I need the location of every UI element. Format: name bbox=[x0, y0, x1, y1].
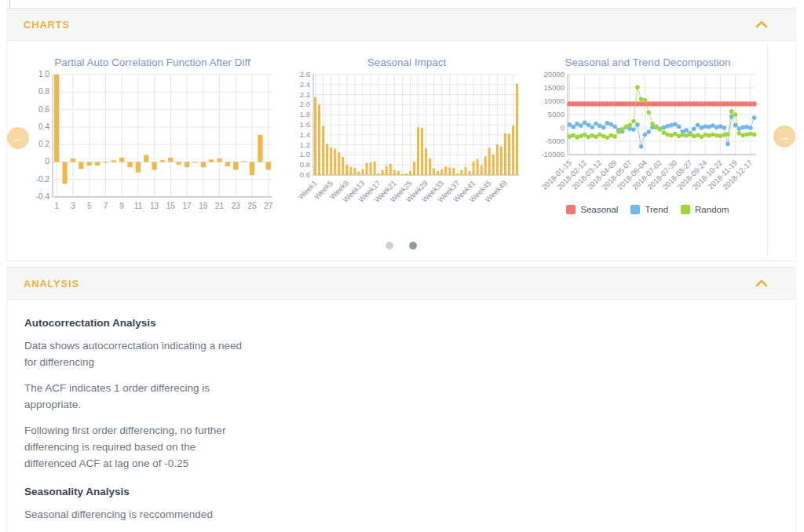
svg-text:1.2: 1.2 bbox=[300, 140, 310, 149]
legend-label-seasonal: Seasonal bbox=[580, 205, 618, 214]
seasonal-impact-chart: Seasonal Impact 0.60.81.01.21.41.61.82.0… bbox=[290, 42, 524, 227]
svg-text:2.2: 2.2 bbox=[300, 90, 310, 99]
analysis-panel: ANALYSIS Autocorrectation Analysis Data … bbox=[6, 267, 796, 532]
chevron-up-icon[interactable] bbox=[755, 20, 768, 28]
svg-text:1.0: 1.0 bbox=[300, 150, 310, 159]
svg-text:15: 15 bbox=[166, 202, 176, 210]
carousel-dot-2[interactable] bbox=[409, 242, 417, 250]
svg-text:11: 11 bbox=[134, 202, 143, 210]
dashboard-page: CHARTS ← → Partial Auto Correlation Func… bbox=[0, 0, 804, 532]
svg-text:2.0: 2.0 bbox=[300, 100, 310, 108]
svg-text:10000: 10000 bbox=[544, 97, 565, 105]
svg-text:1.0: 1.0 bbox=[38, 70, 49, 78]
seasonal-swatch bbox=[566, 205, 576, 214]
svg-text:9: 9 bbox=[119, 202, 124, 210]
svg-text:0: 0 bbox=[45, 157, 49, 166]
svg-text:0.4: 0.4 bbox=[38, 122, 49, 131]
carousel-next-button[interactable]: → bbox=[773, 126, 795, 148]
trend-swatch bbox=[630, 205, 640, 214]
svg-text:2.6: 2.6 bbox=[300, 70, 310, 78]
top-edge-divider bbox=[9, 0, 10, 8]
svg-text:1.8: 1.8 bbox=[300, 110, 310, 118]
analysis-panel-title: ANALYSIS bbox=[24, 278, 79, 290]
carousel-prev-button[interactable]: ← bbox=[7, 127, 29, 149]
analysis-panel-header[interactable]: ANALYSIS bbox=[6, 267, 796, 300]
svg-text:20000: 20000 bbox=[544, 70, 565, 78]
charts-panel-title: CHARTS bbox=[24, 19, 70, 31]
analysis-heading-autocorrelation: Autocorrectation Analysis bbox=[24, 317, 772, 329]
random-swatch bbox=[681, 205, 690, 214]
analysis-body: Autocorrectation Analysis Data shows aut… bbox=[6, 300, 796, 532]
decomposition-chart-title: Seasonal and Trend Decompostion bbox=[565, 56, 731, 68]
svg-text:23: 23 bbox=[232, 202, 241, 210]
svg-text:13: 13 bbox=[150, 202, 159, 210]
svg-text:17: 17 bbox=[183, 202, 192, 210]
svg-text:0.2: 0.2 bbox=[38, 140, 49, 148]
svg-text:2.4: 2.4 bbox=[300, 80, 310, 89]
svg-text:0: 0 bbox=[561, 123, 565, 132]
svg-text:5000: 5000 bbox=[548, 110, 565, 118]
chevron-up-icon[interactable] bbox=[755, 279, 768, 287]
charts-panel-header[interactable]: CHARTS bbox=[6, 8, 796, 41]
pacf-chart: Partial Auto Correlation Function After … bbox=[26, 42, 279, 217]
charts-carousel: ← → Partial Auto Correlation Function Af… bbox=[6, 41, 796, 261]
pacf-chart-canvas: -0.4-0.200.20.40.60.81.01357911131517192… bbox=[26, 70, 279, 217]
carousel-page-divider bbox=[767, 46, 768, 256]
svg-text:-10000: -10000 bbox=[541, 150, 565, 159]
right-arrow-icon: → bbox=[779, 130, 790, 143]
svg-text:7: 7 bbox=[104, 202, 108, 210]
svg-text:1.6: 1.6 bbox=[300, 120, 310, 129]
svg-text:-0.4: -0.4 bbox=[36, 192, 50, 201]
svg-text:25: 25 bbox=[248, 202, 258, 210]
svg-text:-0.2: -0.2 bbox=[36, 175, 50, 184]
charts-row: Partial Auto Correlation Function After … bbox=[7, 41, 795, 227]
analysis-paragraph: Seasonal differencing is reccommended bbox=[24, 507, 386, 523]
svg-text:0.6: 0.6 bbox=[300, 170, 310, 179]
decomposition-chart-canvas: -10000-5000050001000015000200002018-01-1… bbox=[535, 70, 761, 205]
top-strip bbox=[0, 0, 804, 8]
left-arrow-icon: ← bbox=[13, 132, 24, 144]
svg-text:3: 3 bbox=[71, 202, 75, 210]
legend-label-random: Random bbox=[695, 205, 729, 214]
analysis-paragraph: Data shows autocorrectation indicating a… bbox=[24, 338, 386, 371]
seasonal-impact-chart-canvas: 0.60.81.01.21.41.61.82.02.22.42.6Week1We… bbox=[290, 70, 524, 227]
pacf-chart-title: Partial Auto Correlation Function After … bbox=[54, 56, 250, 68]
svg-text:1: 1 bbox=[54, 202, 59, 210]
analysis-heading-seasonality: Seasonality Analysis bbox=[24, 486, 772, 497]
svg-text:-5000: -5000 bbox=[546, 137, 565, 145]
svg-text:1.4: 1.4 bbox=[300, 130, 310, 139]
legend-item-random[interactable]: Random bbox=[681, 205, 729, 214]
chart-legend: Seasonal Trend Random bbox=[566, 205, 729, 214]
legend-item-seasonal[interactable]: Seasonal bbox=[566, 205, 618, 214]
decomposition-chart: Seasonal and Trend Decompostion -10000-5… bbox=[535, 42, 761, 214]
legend-label-trend: Trend bbox=[645, 205, 668, 214]
svg-text:0.8: 0.8 bbox=[300, 160, 310, 169]
svg-text:19: 19 bbox=[199, 202, 208, 210]
legend-item-trend[interactable]: Trend bbox=[630, 205, 668, 214]
analysis-paragraph: Following first order differencing, no f… bbox=[24, 423, 386, 472]
svg-text:15000: 15000 bbox=[544, 83, 565, 92]
carousel-dots bbox=[7, 242, 795, 250]
svg-text:27: 27 bbox=[264, 202, 273, 210]
svg-text:0.6: 0.6 bbox=[38, 105, 49, 114]
carousel-dot-1[interactable] bbox=[386, 242, 393, 250]
svg-text:21: 21 bbox=[215, 202, 225, 210]
analysis-paragraph: The ACF indicates 1 order differecing is… bbox=[24, 381, 386, 414]
svg-text:5: 5 bbox=[87, 202, 92, 210]
charts-panel: CHARTS ← → Partial Auto Correlation Func… bbox=[6, 8, 796, 261]
svg-text:0.8: 0.8 bbox=[38, 87, 49, 96]
seasonal-impact-chart-title: Seasonal Impact bbox=[367, 56, 447, 68]
